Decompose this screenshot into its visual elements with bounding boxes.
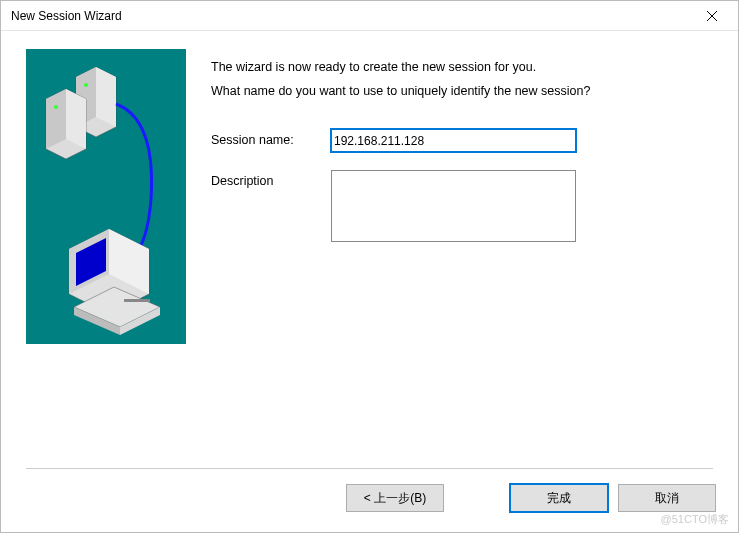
finish-button[interactable]: 完成 <box>510 484 608 512</box>
back-button[interactable]: < 上一步(B) <box>346 484 444 512</box>
servers-computer-icon <box>26 49 186 344</box>
close-icon <box>707 11 717 21</box>
wizard-subheading: What name do you want to use to uniquely… <box>211 81 713 101</box>
watermark-text: @51CTO博客 <box>661 512 729 527</box>
dialog-window: New Session Wizard <box>0 0 739 533</box>
session-name-label: Session name: <box>211 129 331 147</box>
description-row: Description <box>211 170 713 242</box>
cancel-button[interactable]: 取消 <box>618 484 716 512</box>
titlebar: New Session Wizard <box>1 1 738 31</box>
main-panel: The wizard is now ready to create the ne… <box>211 49 713 468</box>
description-input[interactable] <box>331 170 576 242</box>
session-name-input[interactable]: 192.168.211.128 <box>331 129 576 152</box>
wizard-illustration <box>26 49 186 344</box>
window-title: New Session Wizard <box>11 9 122 23</box>
close-button[interactable] <box>694 3 730 29</box>
content-area: The wizard is now ready to create the ne… <box>1 31 738 468</box>
svg-marker-7 <box>46 89 66 149</box>
session-name-value: 192.168.211.128 <box>334 134 424 148</box>
button-gap <box>454 484 500 512</box>
separator-line <box>26 468 713 469</box>
session-name-row: Session name: 192.168.211.128 <box>211 129 713 152</box>
wizard-heading: The wizard is now ready to create the ne… <box>211 57 713 77</box>
description-label: Description <box>211 170 331 188</box>
svg-point-5 <box>84 83 88 87</box>
svg-marker-4 <box>96 67 116 127</box>
button-row: < 上一步(B) 完成 取消 <box>1 484 738 532</box>
svg-point-9 <box>54 105 58 109</box>
svg-rect-17 <box>124 299 150 302</box>
svg-marker-8 <box>66 89 86 149</box>
